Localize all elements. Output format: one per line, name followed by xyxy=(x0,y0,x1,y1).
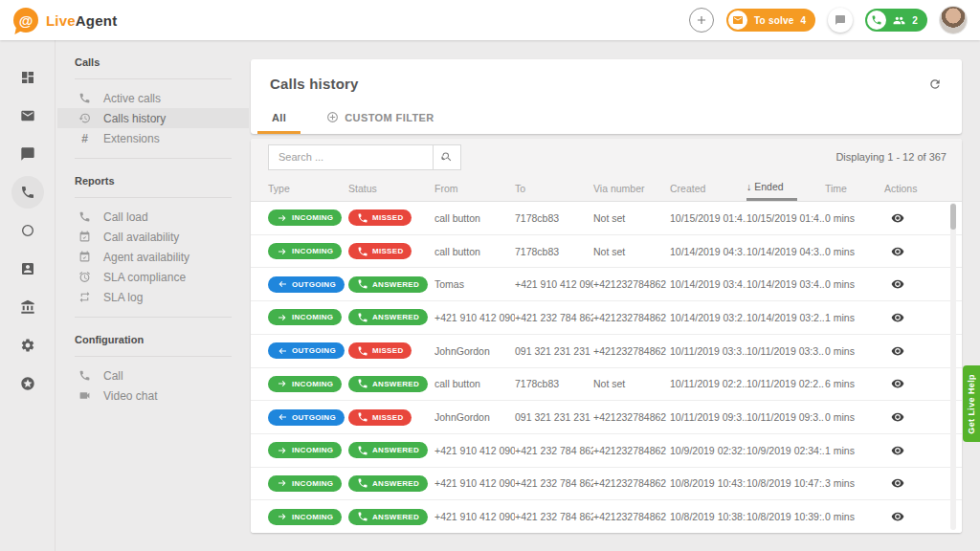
sidebar-item-sla-log[interactable]: SLA log xyxy=(57,287,249,307)
status-badge-answered: ANSWERED xyxy=(348,509,428,525)
column-header-via-number[interactable]: Via number xyxy=(593,175,670,201)
via-number-cell: +421232784862 xyxy=(593,345,670,357)
table-row[interactable]: INCOMINGANSWEREDcall button7178cb83Not s… xyxy=(251,368,962,402)
rail-item-gear[interactable] xyxy=(11,329,44,362)
view-call-button[interactable] xyxy=(889,276,906,293)
table-row[interactable]: OUTGOINGANSWEREDTomas+421 910 412 090+42… xyxy=(251,268,962,301)
table-scrollbar[interactable] xyxy=(950,203,956,530)
sidebar-item-label: Calls history xyxy=(103,112,166,125)
to-cell: 7178cb83 xyxy=(515,212,593,224)
phone-icon xyxy=(20,185,35,200)
rail-item-chat[interactable] xyxy=(11,138,44,170)
add-button[interactable] xyxy=(689,8,714,33)
view-call-button[interactable] xyxy=(889,408,906,426)
created-cell: 10/8/2019 10:38:.. xyxy=(670,511,746,522)
sidebar-item-call-availability[interactable]: Call availability xyxy=(57,227,249,247)
table-row[interactable]: INCOMINGANSWERED+421 910 412 090+421 232… xyxy=(251,301,962,335)
view-call-button[interactable] xyxy=(889,342,906,360)
user-avatar[interactable] xyxy=(940,7,967,33)
view-call-button[interactable] xyxy=(889,243,906,260)
mail-icon xyxy=(20,108,35,123)
view-call-button[interactable] xyxy=(889,442,906,459)
type-badge-incoming: INCOMING xyxy=(268,442,342,458)
column-header-type[interactable]: Type xyxy=(268,175,348,201)
table-row[interactable]: INCOMINGANSWERED+421 910 412 090+421 232… xyxy=(251,500,962,533)
scrollbar-thumb[interactable] xyxy=(950,204,956,230)
repeat-icon xyxy=(78,291,91,303)
column-header-ended[interactable]: ↓Ended xyxy=(746,175,825,201)
tab-custom-filter[interactable]: CUSTOM FILTER xyxy=(324,111,435,134)
rail-item-ring[interactable] xyxy=(11,214,44,247)
view-call-button[interactable] xyxy=(889,309,906,326)
from-cell: +421 910 412 090 xyxy=(434,477,515,489)
table-row[interactable]: INCOMINGMISSEDcall button7178cb83Not set… xyxy=(251,235,962,269)
tab-all[interactable]: All xyxy=(270,112,288,134)
sidebar-item-call-load[interactable]: Call load xyxy=(57,207,249,227)
view-call-button[interactable] xyxy=(889,209,906,227)
eye-icon xyxy=(891,510,904,523)
rail-item-dashboard[interactable] xyxy=(11,61,44,94)
type-cell: INCOMING xyxy=(268,509,348,525)
sidebar-item-sla-compliance[interactable]: SLA compliance xyxy=(57,267,249,287)
eye-icon xyxy=(891,245,904,258)
table-row[interactable]: OUTGOINGMISSEDJohnGordon091 321 231 231+… xyxy=(251,335,962,368)
tab-label: All xyxy=(272,112,286,123)
sidebar-item-extensions[interactable]: #Extensions xyxy=(57,128,249,148)
sidebar-item-active-calls[interactable]: Active calls xyxy=(57,88,249,108)
sidebar-item-calls-history[interactable]: Calls history xyxy=(57,108,249,128)
table-row[interactable]: INCOMINGANSWERED+421 910 412 090+421 232… xyxy=(251,434,962,468)
status-phone-icon xyxy=(357,477,368,489)
status-phone-icon xyxy=(357,312,368,323)
rail-item-bank[interactable] xyxy=(11,291,44,323)
sidebar-item-agent-availability[interactable]: Agent availability xyxy=(57,247,249,267)
table-row[interactable]: INCOMINGMISSEDcall button7178cb83Not set… xyxy=(251,202,962,235)
calls-online-button[interactable]: 2 xyxy=(865,9,927,32)
to-cell: 091 321 231 231 xyxy=(515,345,593,357)
refresh-button[interactable] xyxy=(925,75,945,94)
ended-cell: 10/14/2019 03:4.. xyxy=(746,278,825,290)
type-label: INCOMING xyxy=(292,513,333,521)
sidebar-item-label: Call load xyxy=(103,210,148,224)
rail-item-star-circle[interactable] xyxy=(11,367,44,400)
brand-logo[interactable]: @ LiveAgent xyxy=(13,8,117,33)
time-cell: 6 mins xyxy=(825,378,877,389)
incoming-arrow-icon xyxy=(277,246,288,257)
custom-filter-plus-icon xyxy=(326,111,339,123)
hash-icon: # xyxy=(78,132,91,144)
via-number-cell: +421232784862 xyxy=(593,278,670,290)
type-badge-incoming: INCOMING xyxy=(268,309,342,325)
type-cell: INCOMING xyxy=(268,475,348,492)
rail-item-mail[interactable] xyxy=(11,99,44,132)
table-header: TypeStatusFromToVia numberCreated↓EndedT… xyxy=(251,175,962,202)
column-header-from[interactable]: From xyxy=(434,175,515,201)
table-row[interactable]: INCOMINGANSWERED+421 910 412 090+421 232… xyxy=(251,468,962,501)
search-input[interactable] xyxy=(268,144,433,170)
rail-item-phone[interactable] xyxy=(11,176,44,209)
incoming-arrow-icon xyxy=(277,378,288,389)
column-header-time[interactable]: Time xyxy=(825,175,877,201)
rail-item-contact-card[interactable] xyxy=(11,253,44,285)
sidebar-section-heading: Reports xyxy=(75,159,232,197)
column-header-to[interactable]: To xyxy=(515,175,593,201)
sidebar-items: CallVideo chat xyxy=(75,357,232,415)
created-cell: 10/14/2019 04:3.. xyxy=(670,246,746,257)
view-call-button[interactable] xyxy=(889,474,906,492)
status-badge-answered: ANSWERED xyxy=(348,475,428,492)
tabs: AllCUSTOM FILTER xyxy=(270,105,943,134)
status-cell: MISSED xyxy=(348,209,434,226)
table-row[interactable]: OUTGOINGMISSEDJohnGordon091 321 231 231+… xyxy=(251,401,962,434)
view-call-button[interactable] xyxy=(889,508,906,525)
actions-cell xyxy=(877,342,962,360)
incoming-arrow-icon xyxy=(277,212,288,224)
actions-cell xyxy=(877,243,962,260)
column-header-actions[interactable]: Actions xyxy=(877,175,962,201)
to-solve-button[interactable]: To solve 4 xyxy=(726,9,815,32)
column-header-status[interactable]: Status xyxy=(348,175,434,201)
get-live-help-tab[interactable]: Get Live Help xyxy=(963,365,980,442)
view-call-button[interactable] xyxy=(889,375,906,392)
sidebar-item-video-chat[interactable]: Video chat xyxy=(57,386,249,406)
search-button[interactable] xyxy=(433,144,461,170)
column-header-created[interactable]: Created xyxy=(670,175,746,201)
chats-button[interactable] xyxy=(828,8,853,33)
sidebar-item-call[interactable]: Call xyxy=(57,365,249,386)
